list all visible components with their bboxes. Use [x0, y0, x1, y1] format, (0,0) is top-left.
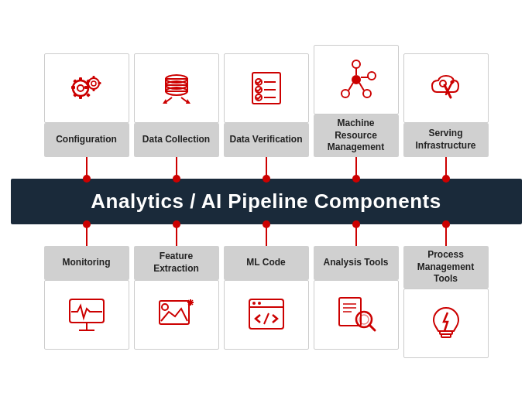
svg-line-23: [166, 97, 172, 102]
data-collection-icon-box: [134, 53, 219, 123]
component-ml-code: ML Code: [224, 246, 309, 350]
svg-rect-15: [98, 82, 101, 84]
component-monitoring: Monitoring: [44, 246, 129, 350]
feature-extraction-icon-box: [134, 280, 219, 350]
top-connectors: [11, 157, 522, 179]
bottom-connectors: [11, 224, 522, 246]
data-verification-icon-box: [224, 53, 309, 123]
component-analysis-tools: Analysis Tools: [314, 246, 399, 350]
svg-line-39: [359, 83, 364, 91]
data-verification-label: Data Verification: [224, 123, 309, 157]
component-feature-extraction: Feature Extraction: [134, 246, 219, 350]
svg-point-11: [91, 81, 96, 86]
svg-rect-8: [73, 93, 77, 97]
serving-infra-label: Serving Infrastructure: [403, 123, 489, 157]
svg-line-21: [181, 97, 187, 102]
configuration-icon-box: [44, 53, 129, 123]
svg-rect-5: [84, 86, 88, 89]
svg-point-36: [342, 90, 349, 97]
component-process-mgmt: Process Management Tools: [403, 246, 489, 358]
svg-rect-3: [79, 95, 82, 99]
monitoring-icon-box: [44, 280, 129, 350]
svg-point-41: [440, 80, 446, 87]
bottom-labels-row: Monitoring Feature Extraction: [11, 246, 522, 358]
conn-datacollect: [134, 157, 219, 179]
machine-resource-label: Machine Resource Management: [314, 114, 399, 157]
configuration-label: Configuration: [44, 123, 129, 157]
component-serving-infra: Serving Infrastructure: [403, 53, 489, 157]
component-data-verification: Data Verification: [224, 53, 309, 157]
top-components-row: Configuration Data Collec: [11, 45, 522, 157]
svg-line-40: [348, 83, 353, 91]
svg-rect-4: [71, 86, 75, 89]
svg-rect-2: [79, 77, 82, 81]
ml-code-label: ML Code: [224, 246, 309, 280]
serving-infra-icon-box: [403, 53, 489, 123]
component-configuration: Configuration: [44, 53, 129, 157]
conn-monitoring: [44, 224, 129, 246]
svg-point-48: [162, 304, 168, 310]
conn-mlcode: [224, 224, 309, 246]
conn-analysis: [314, 224, 399, 246]
svg-point-56: [258, 302, 261, 305]
svg-rect-12: [92, 76, 94, 79]
svg-point-35: [363, 90, 371, 97]
diagram: Configuration Data Collec: [11, 45, 522, 358]
svg-point-34: [368, 72, 376, 80]
svg-rect-6: [73, 79, 77, 84]
svg-point-33: [352, 60, 360, 68]
monitoring-label: Monitoring: [44, 246, 129, 280]
svg-point-1: [77, 85, 84, 91]
conn-feature: [134, 224, 219, 246]
data-collection-label: Data Collection: [134, 123, 219, 157]
machine-resource-icon-box: [314, 45, 399, 114]
svg-point-10: [88, 78, 99, 89]
svg-rect-14: [86, 82, 89, 84]
svg-line-63: [369, 325, 375, 330]
component-data-collection: Data Collection: [134, 53, 219, 157]
conn-machineresource: [314, 157, 399, 179]
banner-title: Analytics / AI Pipeline Components: [11, 179, 522, 224]
component-machine-resource: Machine Resource Management: [314, 45, 399, 157]
svg-line-57: [264, 313, 269, 324]
process-mgmt-label: Process Management Tools: [403, 246, 489, 289]
svg-point-55: [252, 302, 256, 305]
conn-process: [403, 224, 489, 246]
conn-config: [44, 157, 129, 179]
conn-serving: [403, 157, 489, 179]
conn-dataverify: [224, 157, 309, 179]
svg-rect-13: [92, 88, 94, 91]
ml-code-icon-box: [224, 280, 309, 350]
process-mgmt-icon-box: [403, 289, 489, 358]
svg-rect-66: [441, 334, 451, 337]
analysis-tools-label: Analysis Tools: [314, 246, 399, 280]
feature-extraction-label: Feature Extraction: [134, 246, 219, 280]
analysis-tools-icon-box: [314, 280, 399, 350]
